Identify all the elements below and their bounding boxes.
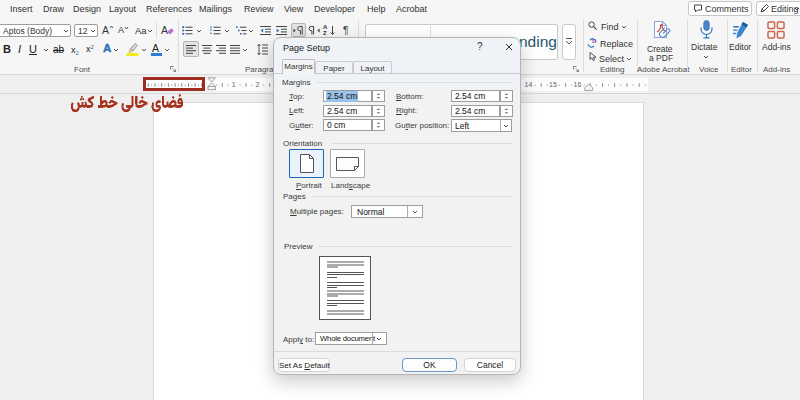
svg-text:14: 14: [525, 81, 533, 88]
svg-text:1: 1: [232, 81, 236, 88]
svg-text:16: 16: [574, 81, 582, 88]
svg-text:15: 15: [549, 81, 557, 88]
svg-text:2: 2: [255, 81, 259, 88]
